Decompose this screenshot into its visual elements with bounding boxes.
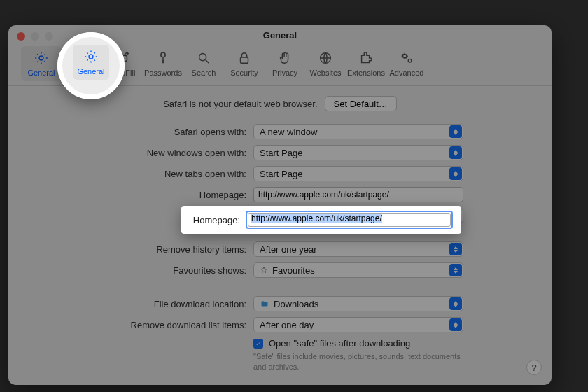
select-remove-history[interactable]: After one year <box>253 241 463 257</box>
gears-icon <box>399 50 414 66</box>
open-safe-files-hint: "Safe" files include movies, pictures, s… <box>253 351 463 372</box>
svg-point-3 <box>161 52 165 57</box>
chevron-updown-icon <box>449 243 462 255</box>
gear-icon <box>83 49 99 64</box>
svg-point-9 <box>89 55 93 59</box>
tab-advanced[interactable]: Advanced <box>386 46 427 81</box>
tab-label: Websites <box>309 69 341 77</box>
help-button[interactable]: ? <box>526 360 542 375</box>
puzzle-icon <box>358 50 374 66</box>
label-remove-history: Remove history items: <box>36 244 246 255</box>
star-icon <box>260 266 268 274</box>
default-browser-text: Safari is not your default web browser. <box>163 99 317 109</box>
tab-passwords[interactable]: Passwords <box>143 46 183 81</box>
select-remove-downloads[interactable]: After one day <box>253 317 463 332</box>
tab-security[interactable]: Security <box>224 46 265 81</box>
select-download-location[interactable]: Downloads <box>253 296 463 312</box>
open-safe-files-row[interactable]: Open "safe" files after downloading <box>253 338 463 349</box>
default-browser-row: Safari is not your default web browser. … <box>36 96 524 111</box>
label-new-windows: New windows open with: <box>36 148 246 158</box>
minimize-window-button[interactable] <box>31 32 39 41</box>
open-safe-files-label: Open "safe" files after downloading <box>269 338 410 349</box>
tab-extensions[interactable]: Extensions <box>346 46 386 81</box>
chevron-updown-icon <box>449 146 462 159</box>
tab-label: Search <box>192 69 216 77</box>
key-icon <box>155 50 171 66</box>
checkbox-checked-icon <box>253 339 263 349</box>
chevron-updown-icon <box>449 167 462 180</box>
chevron-updown-icon <box>449 318 462 331</box>
label-homepage: Homepage: <box>36 190 246 200</box>
folder-icon <box>260 300 270 308</box>
select-new-windows[interactable]: Start Page <box>253 145 463 160</box>
chevron-updown-icon <box>449 125 462 138</box>
tab-general[interactable]: General <box>21 46 62 81</box>
label-remove-downloads: Remove download list items: <box>36 320 246 330</box>
window-controls <box>17 32 53 41</box>
tab-privacy[interactable]: Privacy <box>265 46 305 81</box>
lock-icon <box>237 50 252 66</box>
set-to-current-page-button[interactable]: Set to Current Page <box>253 208 463 223</box>
tab-label: General <box>27 69 55 77</box>
tab-label: Advanced <box>390 69 424 77</box>
label-safari-opens: Safari opens with: <box>36 127 246 137</box>
svg-point-4 <box>200 54 206 61</box>
label-new-tabs: New tabs open with: <box>36 169 246 179</box>
label-download-location: File download location: <box>36 299 246 309</box>
svg-point-0 <box>39 56 43 60</box>
tab-label: Privacy <box>272 69 298 77</box>
gear-icon <box>34 50 49 66</box>
zoom-window-button[interactable] <box>45 32 53 41</box>
tab-label: General <box>77 67 104 76</box>
tab-websites[interactable]: Websites <box>305 46 346 81</box>
label-favourites: Favourites shows: <box>36 265 246 276</box>
tab-label: Extensions <box>347 69 385 77</box>
tab-search[interactable]: Search <box>183 46 224 81</box>
svg-point-8 <box>408 59 412 62</box>
chevron-updown-icon <box>449 298 462 310</box>
tab-label: Security <box>230 69 258 77</box>
set-default-button[interactable]: Set Default… <box>325 96 397 111</box>
tab-general-highlight[interactable]: General <box>73 45 109 80</box>
spotlight-general-tab: General <box>57 32 125 99</box>
tab-label: Passwords <box>144 69 182 77</box>
select-new-tabs[interactable]: Start Page <box>253 166 463 181</box>
globe-icon <box>318 50 333 66</box>
select-favourites[interactable]: Favourites <box>253 262 463 278</box>
close-window-button[interactable] <box>17 32 25 41</box>
homepage-input[interactable] <box>253 187 463 202</box>
chevron-updown-icon <box>449 264 462 276</box>
svg-rect-5 <box>241 57 248 63</box>
general-pane: Safari is not your default web browser. … <box>8 86 552 379</box>
homepage-field-wrap <box>253 187 463 202</box>
search-icon <box>196 50 211 66</box>
hand-icon <box>277 50 293 66</box>
select-safari-opens[interactable]: A new window <box>253 124 463 139</box>
svg-point-7 <box>403 55 407 59</box>
